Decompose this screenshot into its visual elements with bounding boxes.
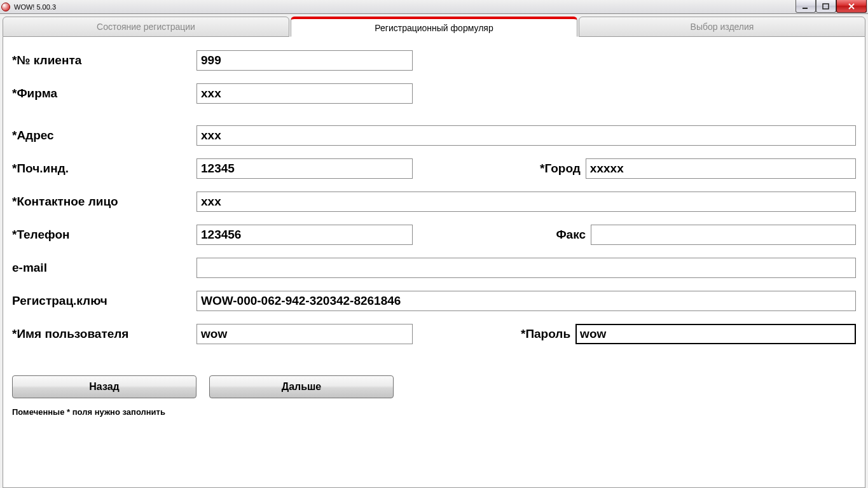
minimize-button[interactable] <box>796 0 816 13</box>
app-body: Состояние регистрации Регистрационный фо… <box>0 14 868 488</box>
window-titlebar: WOW! 5.00.3 <box>0 0 868 14</box>
tab-registration-status[interactable]: Состояние регистрации <box>3 17 289 37</box>
label-regkey: Регистрац.ключ <box>12 294 196 308</box>
input-client-no[interactable] <box>196 50 413 71</box>
label-phone: *Телефон <box>12 228 196 242</box>
svg-rect-1 <box>823 4 829 9</box>
label-address: *Адрес <box>12 129 196 143</box>
window-title: WOW! 5.00.3 <box>14 3 796 11</box>
input-company[interactable] <box>196 83 413 104</box>
back-button[interactable]: Назад <box>12 375 196 398</box>
label-username: *Имя пользователя <box>12 327 196 341</box>
input-email[interactable] <box>196 258 856 278</box>
input-contact[interactable] <box>196 192 856 212</box>
label-city: *Город <box>540 162 586 176</box>
input-phone[interactable] <box>196 225 413 245</box>
label-client-no: *№ клиента <box>12 53 196 67</box>
close-button[interactable] <box>836 0 867 13</box>
maximize-button[interactable] <box>816 0 836 13</box>
label-email: e-mail <box>12 261 196 275</box>
label-zip: *Поч.инд. <box>12 162 196 176</box>
input-zip[interactable] <box>196 158 413 179</box>
app-icon <box>1 3 10 11</box>
tab-bar: Состояние регистрации Регистрационный фо… <box>3 17 865 37</box>
label-contact: *Контактное лицо <box>12 195 196 209</box>
input-address[interactable] <box>196 125 856 146</box>
svg-rect-0 <box>803 8 808 9</box>
input-fax[interactable] <box>591 225 856 245</box>
tab-registration-form[interactable]: Регистрационный формуляр <box>291 17 577 37</box>
input-password[interactable] <box>575 324 856 344</box>
label-company: *Фирма <box>12 87 196 101</box>
tab-product-selection[interactable]: Выбор изделия <box>579 17 865 37</box>
label-fax: Факс <box>540 228 591 242</box>
input-city[interactable] <box>586 158 856 179</box>
label-password: *Пароль <box>521 327 575 341</box>
required-hint: Помеченные * поля нужно заполнить <box>12 407 856 417</box>
input-username[interactable] <box>196 324 413 344</box>
next-button[interactable]: Дальше <box>209 375 394 398</box>
form-panel: *№ клиента *Фирма *Адрес *Поч.инд. *Горо… <box>3 37 865 488</box>
input-regkey[interactable] <box>196 291 856 311</box>
